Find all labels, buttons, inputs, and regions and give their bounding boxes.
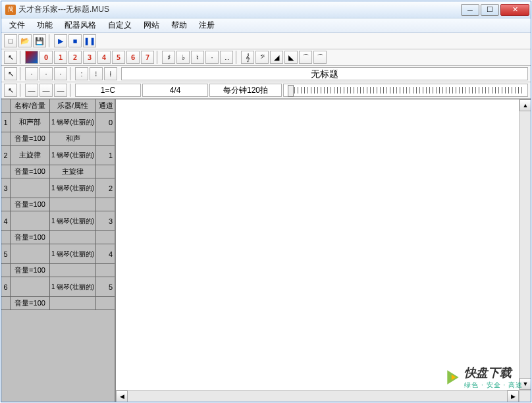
dot-high-3[interactable]: ⁞ <box>104 67 117 80</box>
stop-button[interactable]: ■ <box>68 34 82 47</box>
track-volume-cell[interactable]: 音量=100 <box>11 198 50 211</box>
track-channel-cell[interactable]: 3 <box>96 211 116 231</box>
scroll-up-button[interactable]: ▲ <box>519 99 531 111</box>
horizontal-scrollbar[interactable]: ◀ ▶ <box>116 390 519 402</box>
maximize-button[interactable]: ☐ <box>481 4 499 16</box>
dot-low-3[interactable]: · <box>54 67 67 80</box>
new-button[interactable]: □ <box>4 34 17 47</box>
scroll-down-button[interactable]: ▼ <box>519 378 531 390</box>
track-instrument-cell[interactable]: 1 钢琴(壮丽的) <box>50 178 96 198</box>
menu-website[interactable]: 网站 <box>138 18 165 32</box>
track-instrument-cell[interactable]: 1 钢琴(壮丽的) <box>50 113 96 132</box>
track-row[interactable]: 4 1 钢琴(壮丽的) 3 <box>1 211 115 231</box>
scroll-track-v[interactable] <box>519 111 531 378</box>
track-name-cell[interactable] <box>11 277 50 297</box>
track-name-cell[interactable]: 主旋律 <box>11 146 50 165</box>
track-name-cell[interactable] <box>11 178 50 198</box>
track-name-cell[interactable] <box>11 244 50 264</box>
track-volume-cell[interactable]: 音量=100 <box>11 132 50 146</box>
menu-orchestration[interactable]: 配器风格 <box>59 18 101 32</box>
menu-custom[interactable]: 自定义 <box>103 18 137 32</box>
minimize-button[interactable]: ─ <box>461 4 479 16</box>
score-canvas[interactable] <box>116 99 531 402</box>
track-row-2[interactable]: 音量=100 <box>1 198 115 211</box>
flat-button[interactable]: ♭ <box>176 51 190 64</box>
save-button[interactable]: 💾 <box>33 34 46 47</box>
menu-register[interactable]: 注册 <box>194 18 220 32</box>
vertical-scrollbar[interactable]: ▲ ▼ <box>519 99 531 390</box>
play-button[interactable]: ▶ <box>54 34 67 47</box>
track-row-2[interactable]: 音量=100 <box>1 297 115 310</box>
track-attr-cell[interactable]: 和声 <box>50 132 96 146</box>
note-7[interactable]: 7 <box>141 51 154 64</box>
track-row[interactable]: 5 1 钢琴(壮丽的) 4 <box>1 244 115 264</box>
track-row-2[interactable]: 音量=100 <box>1 231 115 244</box>
track-attr-cell[interactable] <box>50 264 96 277</box>
line-2[interactable]: — <box>40 84 53 97</box>
track-instrument-cell[interactable]: 1 钢琴(壮丽的) <box>50 277 96 297</box>
sharp-button[interactable]: ♯ <box>162 51 175 64</box>
track-channel-cell[interactable]: 1 <box>96 146 116 165</box>
cursor-tool-4[interactable]: ↖ <box>4 84 17 97</box>
dot-button[interactable]: · <box>205 51 219 64</box>
track-attr-cell[interactable] <box>50 198 96 211</box>
document-title-field[interactable]: 无标题 <box>121 67 528 80</box>
note-5[interactable]: 5 <box>112 51 125 64</box>
open-button[interactable]: 📂 <box>18 34 32 47</box>
line-1[interactable]: — <box>25 84 38 97</box>
pause-button[interactable]: ❚❚ <box>83 34 96 47</box>
track-row-2[interactable]: 音量=100 主旋律 <box>1 165 115 178</box>
track-attr-cell[interactable]: 主旋律 <box>50 165 96 178</box>
dot-low-1[interactable]: · <box>25 67 38 80</box>
track-instrument-cell[interactable]: 1 钢琴(壮丽的) <box>50 211 96 231</box>
dot-high-1[interactable]: : <box>75 67 88 80</box>
note-0[interactable]: 0 <box>40 51 53 64</box>
track-volume-cell[interactable]: 音量=100 <box>11 297 50 310</box>
natural-button[interactable]: ♮ <box>191 51 204 64</box>
track-row[interactable]: 1 和声部 1 钢琴(壮丽的) 0 <box>1 113 115 132</box>
track-instrument-cell[interactable]: 1 钢琴(壮丽的) <box>50 244 96 264</box>
track-channel-cell[interactable]: 5 <box>96 277 116 297</box>
track-volume-cell[interactable]: 音量=100 <box>11 264 50 277</box>
cursor-tool-3[interactable]: ↖ <box>4 67 17 80</box>
note-3[interactable]: 3 <box>83 51 96 64</box>
track-name-cell[interactable] <box>11 211 50 231</box>
bass-clef-button[interactable]: 𝄢 <box>255 51 269 64</box>
note-2[interactable]: 2 <box>68 51 82 64</box>
track-name-cell[interactable]: 和声部 <box>11 113 50 132</box>
track-channel-cell[interactable]: 2 <box>96 178 116 198</box>
double-dot-button[interactable]: ‥ <box>220 51 233 64</box>
scroll-left-button[interactable]: ◀ <box>116 390 128 402</box>
track-row[interactable]: 2 主旋律 1 钢琴(壮丽的) 1 <box>1 146 115 165</box>
track-channel-cell[interactable]: 0 <box>96 113 116 132</box>
note-4[interactable]: 4 <box>97 51 111 64</box>
track-row-2[interactable]: 音量=100 和声 <box>1 132 115 146</box>
decrescendo-button[interactable]: ◣ <box>284 51 298 64</box>
scroll-track-h[interactable] <box>128 390 507 402</box>
key-signature-field[interactable]: 1=C <box>75 84 141 97</box>
slur-up-button[interactable]: ⌒ <box>299 51 312 64</box>
note-6[interactable]: 6 <box>126 51 140 64</box>
note-1[interactable]: 1 <box>54 51 67 64</box>
close-button[interactable]: ✕ <box>500 4 529 16</box>
track-instrument-cell[interactable]: 1 钢琴(壮丽的) <box>50 146 96 165</box>
slur-down-button[interactable]: ⌒ <box>313 51 327 64</box>
track-row-2[interactable]: 音量=100 <box>1 264 115 277</box>
treble-clef-button[interactable]: 𝄞 <box>241 51 254 64</box>
menu-file[interactable]: 文件 <box>4 18 30 32</box>
crescendo-button[interactable]: ◢ <box>270 51 283 64</box>
position-slider[interactable] <box>283 84 528 97</box>
time-signature-field[interactable]: 4/4 <box>142 84 208 97</box>
menu-help[interactable]: 帮助 <box>166 18 192 32</box>
track-volume-cell[interactable]: 音量=100 <box>11 231 50 244</box>
dot-low-2[interactable]: · <box>40 67 53 80</box>
line-3[interactable]: — <box>54 84 67 97</box>
menu-function[interactable]: 功能 <box>32 18 58 32</box>
dot-high-2[interactable]: ⁝ <box>90 67 103 80</box>
track-attr-cell[interactable] <box>50 231 96 244</box>
track-row[interactable]: 6 1 钢琴(壮丽的) 5 <box>1 277 115 297</box>
track-volume-cell[interactable]: 音量=100 <box>11 165 50 178</box>
track-row[interactable]: 3 1 钢琴(壮丽的) 2 <box>1 178 115 198</box>
track-attr-cell[interactable] <box>50 297 96 310</box>
scroll-right-button[interactable]: ▶ <box>507 390 519 402</box>
